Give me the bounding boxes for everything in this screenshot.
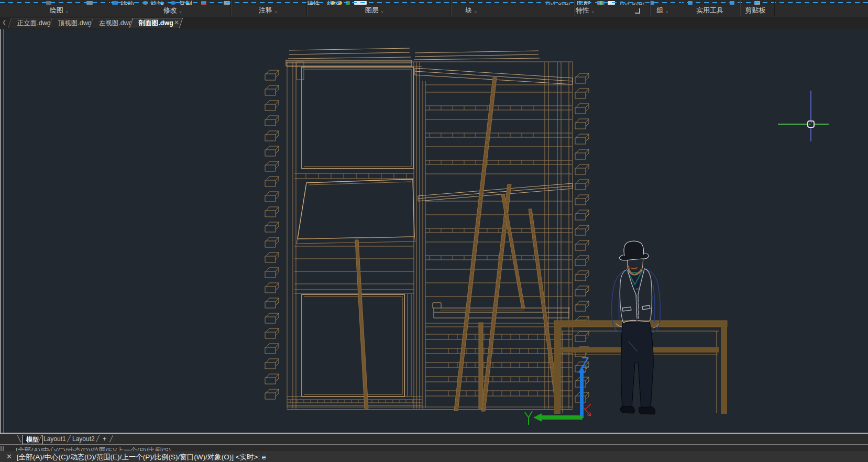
tab-divider xyxy=(109,435,113,442)
chevron-down-icon: ⌄ xyxy=(474,8,478,14)
panel-separator xyxy=(774,0,775,16)
chevron-down-icon: ⌄ xyxy=(274,8,278,14)
panel-separator xyxy=(306,0,307,16)
tab-scroll-left-icon[interactable]: ❮ xyxy=(2,19,6,25)
close-tab-icon[interactable]: ✕ xyxy=(174,19,179,26)
tab-layout1[interactable]: Layout1 xyxy=(43,435,66,443)
tab-divider xyxy=(96,435,100,442)
panel-separator xyxy=(110,0,111,16)
panel-modify[interactable]: 修改⌄ xyxy=(163,6,183,15)
chevron-down-icon: ⌄ xyxy=(591,8,595,14)
tab-layout2[interactable]: Layout2 xyxy=(72,435,95,443)
tab-divider xyxy=(67,435,71,442)
panel-clipboard[interactable]: 剪贴板 xyxy=(745,6,766,15)
panel-annotate[interactable]: 注释⌄ xyxy=(259,6,278,15)
selection-dashed-line xyxy=(0,2,868,3)
panel-separator xyxy=(230,0,232,16)
chevron-down-icon: ⌄ xyxy=(65,8,69,14)
panel-properties[interactable]: 特性⌄ xyxy=(576,6,595,15)
drawing-tab-bar: ❮ 正立面.dwg 顶视图.dwg 左视图.dwg 剖面图.dwg ✕ xyxy=(0,17,868,30)
panel-layers[interactable]: 图层⌄ xyxy=(365,6,384,15)
model-space-canvas[interactable]: Z Y xyxy=(0,29,868,433)
person-figure xyxy=(612,241,661,414)
dialog-launcher-icon[interactable] xyxy=(635,8,640,14)
command-prompt-text[interactable]: [全部(A)/中心(C)/动态(D)/范围(E)/上一个(P)/比例(S)/窗口… xyxy=(17,453,266,462)
panel-separator xyxy=(650,0,651,16)
new-layout-button[interactable]: + xyxy=(103,435,106,443)
crosshair-cursor xyxy=(778,91,829,141)
easel-braces xyxy=(355,78,560,411)
window-left-edge xyxy=(0,29,4,433)
layout-tab-bar: 模型 Layout1 Layout2 + xyxy=(0,434,868,444)
panel-block[interactable]: 块⌄ xyxy=(465,6,478,15)
ucs-z-label: Z xyxy=(581,355,589,371)
panel-separator xyxy=(574,0,575,16)
close-command-icon[interactable]: ✕ xyxy=(6,453,12,460)
panel-separator xyxy=(740,0,741,16)
chevron-down-icon: ⌄ xyxy=(380,8,384,14)
chevron-down-icon: ⌄ xyxy=(665,8,669,14)
panel-draw[interactable]: 绘图⌄ xyxy=(50,6,69,15)
panel-separator xyxy=(451,0,452,16)
ribbon: 移动 旋转 复制 特性 线性 ByLayer 匹配 ByLayer 绘图⌄ 修改… xyxy=(0,0,868,17)
chevron-down-icon: ⌄ xyxy=(179,8,183,14)
shelf-slats xyxy=(265,70,589,405)
tab-divider xyxy=(17,435,21,442)
command-history-clipped: [全部(A)/中心(C)/动态(D)/范围(E)/上一个(P)/比例(S) xyxy=(0,445,868,451)
panel-groups[interactable]: 组⌄ xyxy=(656,6,669,15)
panel-separator xyxy=(681,0,682,16)
panel-utilities[interactable]: 实用工具 xyxy=(696,6,723,15)
command-line[interactable]: ✕ [全部(A)/中心(C)/动态(D)/范围(E)/上一个(P)/比例(S)/… xyxy=(0,451,868,462)
autocad-window: 移动 旋转 复制 特性 线性 ByLayer 匹配 ByLayer 绘图⌄ 修改… xyxy=(0,0,868,462)
ribbon-tool-row-clipped: 移动 旋转 复制 特性 线性 ByLayer 匹配 ByLayer xyxy=(0,0,868,5)
